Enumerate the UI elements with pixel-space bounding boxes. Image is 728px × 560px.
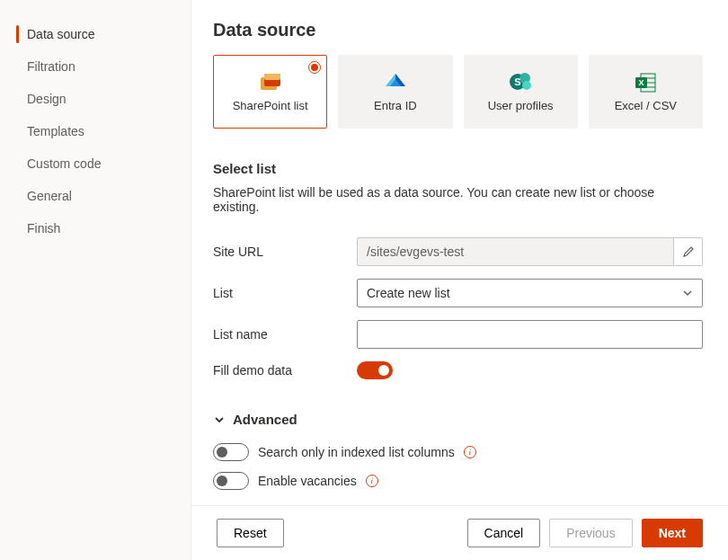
info-icon[interactable]: i [366,475,378,487]
source-card-user-profiles[interactable]: S User profiles [464,55,578,129]
list-select[interactable]: Create new list [357,279,703,307]
sidebar-item-templates[interactable]: Templates [0,115,191,147]
content-area: Data source SharePoint list [191,0,728,505]
info-icon[interactable]: i [464,446,476,458]
entra-icon [384,72,407,93]
search-only-toggle[interactable] [213,443,249,461]
list-label: List [213,286,357,300]
list-name-label: List name [213,327,357,342]
card-label: Entra ID [374,99,417,112]
edit-site-url-button[interactable] [674,237,703,266]
sidebar-item-filtration[interactable]: Filtration [0,50,191,83]
card-label: Excel / CSV [615,99,677,112]
list-select-value: Create new list [367,286,450,300]
main-panel: Data source SharePoint list [191,0,728,560]
sidebar-item-data-source[interactable]: Data source [0,18,191,50]
advanced-heading: Advanced [233,412,297,427]
site-url-input[interactable] [357,237,674,266]
source-card-sharepoint[interactable]: SharePoint list [213,55,327,129]
card-label: SharePoint list [233,99,308,112]
cancel-button[interactable]: Cancel [467,519,541,547]
radio-selected-icon [308,61,321,74]
sidebar-item-finish[interactable]: Finish [0,212,191,244]
card-label: User profiles [488,99,554,112]
list-name-input[interactable] [357,320,703,349]
next-button[interactable]: Next [642,519,703,547]
page-title: Data source [213,20,703,40]
sharepoint-icon [259,72,282,93]
site-url-label: Site URL [213,244,357,259]
chevron-down-icon [213,413,226,426]
fill-demo-label: Fill demo data [213,363,357,378]
wizard-footer: Reset Cancel Previous Next [191,505,728,560]
sidebar-item-general[interactable]: General [0,180,191,212]
user-profiles-icon: S [508,72,533,93]
source-card-entra[interactable]: Entra ID [338,55,452,129]
source-card-excel[interactable]: X Excel / CSV [589,55,703,129]
fill-demo-toggle[interactable] [357,361,393,379]
enable-vacancies-toggle[interactable] [213,472,249,490]
search-only-label: Search only in indexed list columns [258,445,455,459]
select-list-description: SharePoint list will be used as a data s… [213,185,703,214]
svg-point-8 [522,81,531,90]
sidebar-item-custom-code[interactable]: Custom code [0,147,191,180]
reset-button[interactable]: Reset [217,519,284,547]
source-cards: SharePoint list Entra ID [213,55,703,129]
excel-icon: X [634,72,657,93]
svg-rect-2 [264,74,280,80]
select-list-heading: Select list [213,161,703,176]
sidebar-item-design[interactable]: Design [0,83,191,115]
chevron-down-icon [682,288,693,298]
previous-button: Previous [549,519,632,547]
vacancies-label: Enable vacancies [258,474,357,488]
advanced-toggle-header[interactable]: Advanced [213,412,703,427]
pencil-icon [682,245,695,258]
wizard-sidebar: Data source Filtration Design Templates … [0,0,191,560]
svg-text:S: S [514,76,520,87]
svg-text:X: X [639,78,644,87]
